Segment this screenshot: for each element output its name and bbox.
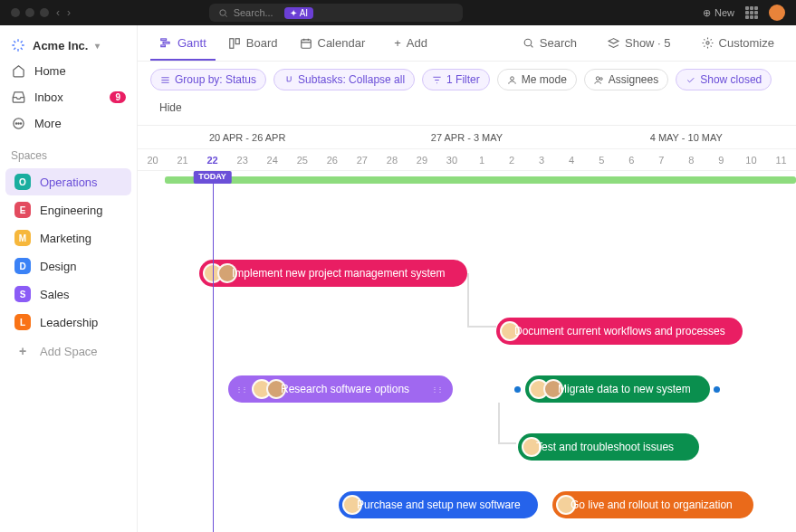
dependency-dot — [514, 386, 521, 393]
day-header: 3 — [527, 149, 557, 170]
space-badge-icon: D — [14, 258, 31, 274]
day-header: 30 — [436, 149, 466, 170]
task-label: Test and troubleshoot issues — [536, 441, 674, 453]
layers-icon — [608, 37, 619, 49]
day-header: 6 — [617, 149, 647, 170]
day-header: 25 — [287, 149, 317, 170]
task-bar[interactable]: Test and troubleshoot issues — [518, 433, 699, 461]
dependency-line — [498, 403, 500, 442]
task-label: Go live and rollout to organization — [571, 499, 733, 511]
svg-rect-10 — [301, 39, 311, 47]
sidebar: Acme Inc. ▾ Home Inbox 9 More Spaces OOp… — [0, 25, 138, 532]
workspace-logo-icon — [11, 38, 25, 52]
new-button[interactable]: ⊕ New — [703, 7, 734, 19]
apps-icon[interactable] — [745, 6, 758, 19]
stack-icon — [160, 75, 170, 85]
subtasks-chip[interactable]: Subtasks: Collapse all — [273, 69, 415, 90]
spaces-header: Spaces — [0, 137, 137, 167]
task-bar[interactable]: Document current workflows and processes — [496, 318, 743, 345]
gear-icon — [702, 37, 714, 49]
search-input[interactable]: Search... ✦ AI — [209, 4, 463, 22]
space-label: Engineering — [40, 204, 102, 217]
svg-rect-5 — [161, 39, 167, 41]
sidebar-space-marketing[interactable]: MMarketing — [5, 224, 131, 252]
week-header: 20 APR - 26 APR — [138, 126, 357, 148]
tab-calendar[interactable]: Calendar — [291, 27, 375, 59]
show-button[interactable]: Show · 5 — [599, 27, 680, 59]
space-badge-icon: O — [14, 174, 31, 190]
search-icon — [218, 8, 228, 18]
nav-inbox[interactable]: Inbox 9 — [0, 84, 137, 110]
check-icon — [686, 75, 695, 85]
window-controls[interactable] — [11, 8, 49, 17]
day-header: 22 — [197, 149, 227, 170]
back-icon[interactable]: ‹ — [56, 6, 60, 19]
day-header: 4 — [557, 149, 587, 170]
svg-rect-8 — [230, 38, 234, 48]
add-view-button[interactable]: + Add — [385, 27, 436, 59]
search-view-button[interactable]: Search — [513, 27, 586, 59]
nav-more[interactable]: More — [0, 110, 137, 137]
forward-icon[interactable]: › — [67, 6, 71, 19]
task-label: Implement new project management system — [232, 267, 445, 280]
svg-rect-6 — [163, 42, 169, 43]
sidebar-space-operations[interactable]: OOperations — [5, 168, 131, 195]
space-badge-icon: M — [14, 230, 31, 246]
svg-point-4 — [20, 123, 21, 124]
day-header: 11 — [766, 149, 796, 170]
add-space-button[interactable]: + Add Space — [5, 337, 131, 365]
workspace-switcher[interactable]: Acme Inc. ▾ — [0, 33, 137, 58]
svg-point-14 — [596, 76, 599, 80]
nav-home[interactable]: Home — [0, 58, 137, 84]
task-bar[interactable]: Research software options — [228, 375, 453, 403]
ai-badge[interactable]: ✦ AI — [284, 7, 313, 19]
home-icon — [11, 64, 25, 78]
task-bar[interactable]: Migrate data to new system — [525, 375, 710, 403]
svg-rect-9 — [235, 38, 239, 43]
day-header: 27 — [347, 149, 377, 170]
calendar-icon — [300, 37, 312, 50]
svg-point-12 — [705, 42, 708, 44]
day-header: 28 — [377, 149, 407, 170]
svg-point-11 — [524, 39, 532, 46]
avatar[interactable] — [769, 5, 785, 21]
dependency-line — [467, 273, 469, 326]
svg-rect-7 — [161, 45, 166, 47]
me-mode-chip[interactable]: Me mode — [497, 69, 577, 90]
day-header: 21 — [168, 149, 197, 170]
hide-button[interactable]: Hide — [150, 98, 191, 118]
svg-point-13 — [510, 76, 513, 80]
tab-gantt[interactable]: Gantt — [150, 27, 216, 61]
filter-chip[interactable]: 1 Filter — [422, 69, 490, 90]
group-by-chip[interactable]: Group by: Status — [150, 69, 266, 90]
filter-icon — [432, 75, 442, 85]
day-header: 24 — [257, 149, 287, 170]
sidebar-space-sales[interactable]: SSales — [5, 280, 131, 308]
today-marker: TODAY — [193, 171, 232, 184]
tab-board[interactable]: Board — [219, 27, 287, 59]
subtask-icon — [283, 75, 293, 85]
dependency-dot — [714, 386, 720, 393]
svg-point-3 — [17, 123, 18, 124]
space-badge-icon: E — [14, 202, 31, 218]
sidebar-space-design[interactable]: DDesign — [5, 252, 131, 280]
assignees-chip[interactable]: Assignees — [584, 69, 668, 90]
day-header: 20 — [138, 149, 168, 170]
task-label: Migrate data to new system — [558, 383, 691, 395]
plus-icon: + — [394, 36, 401, 50]
customize-button[interactable]: Customize — [693, 27, 783, 59]
inbox-badge: 9 — [110, 91, 126, 103]
show-closed-chip[interactable]: Show closed — [676, 69, 772, 90]
task-bar[interactable]: Purchase and setup new software — [339, 491, 538, 518]
today-line — [213, 171, 214, 532]
day-header: 10 — [736, 149, 766, 170]
sidebar-space-leadership[interactable]: LLeadership — [5, 309, 131, 336]
day-header: 8 — [676, 149, 706, 170]
task-bar[interactable]: Implement new project management system — [199, 260, 467, 287]
dependency-line — [498, 442, 516, 444]
task-bar[interactable]: Go live and rollout to organization — [552, 491, 753, 518]
history-nav[interactable]: ‹ › — [56, 6, 71, 19]
space-label: Operations — [40, 176, 98, 189]
day-header: 5 — [587, 149, 617, 170]
sidebar-space-engineering[interactable]: EEngineering — [5, 196, 131, 223]
